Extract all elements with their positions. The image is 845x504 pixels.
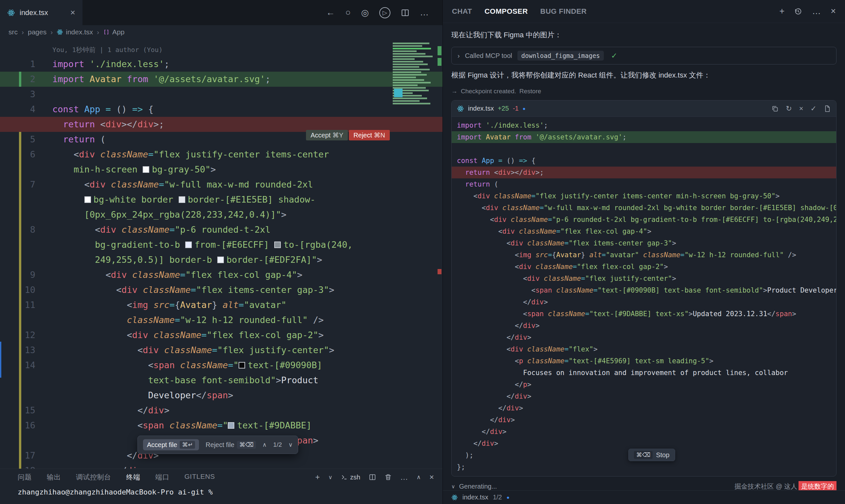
line-number[interactable]: 6 <box>0 147 35 162</box>
more-actions-icon[interactable]: … <box>420 7 429 18</box>
code-line[interactable]: 13<div className="flex justify-center"> <box>0 343 443 358</box>
line-number[interactable]: 1 <box>0 57 35 72</box>
history-icon[interactable] <box>794 7 802 15</box>
code-line[interactable]: <div className="p-6 rounded-t-2xl bg-gra… <box>452 214 836 226</box>
tab-bug-finder[interactable]: BUG FINDER <box>540 7 587 16</box>
code-line[interactable]: 9<div className="flex flex-col gap-4"> <box>0 267 443 283</box>
code-line[interactable]: 16<span className="text-[#9DABBE] <box>0 418 443 433</box>
code-line[interactable]: </div> <box>452 402 836 414</box>
line-number[interactable]: 4 <box>0 102 35 117</box>
terminal-prompt[interactable]: zhangzhihao@zhangzhihaodeMacBook-Pro ai-… <box>0 485 443 496</box>
line-number[interactable] <box>0 41 35 57</box>
more-icon[interactable]: … <box>400 472 408 482</box>
tab-chat[interactable]: CHAT <box>452 7 472 16</box>
code-line[interactable]: 7<div className="w-full max-w-md rounded… <box>0 177 443 192</box>
stop-button[interactable]: ⌘⌫ Stop <box>628 449 675 461</box>
line-number[interactable]: 11 <box>0 298 35 312</box>
code-line[interactable]: <div className="flex items-center gap-3"… <box>452 237 836 249</box>
diff-file-name[interactable]: index.tsx <box>468 105 494 112</box>
line-number[interactable]: 2 <box>0 72 35 87</box>
run-icon[interactable]: ▷ <box>379 7 391 18</box>
line-number[interactable]: 12 <box>0 328 35 343</box>
reject-diff-button[interactable]: Reject ⌘N <box>349 130 390 140</box>
accept-file-button[interactable]: Accept file ⌘↵ <box>143 439 199 450</box>
line-number[interactable] <box>0 252 35 267</box>
line-number[interactable]: 8 <box>0 222 35 237</box>
line-number[interactable]: 14 <box>0 358 35 373</box>
open-file-icon[interactable] <box>824 105 831 112</box>
code-line[interactable]: 8<div className="p-6 rounded-t-2xl <box>0 222 443 237</box>
line-number[interactable]: 3 <box>0 87 35 102</box>
code-line[interactable]: Developer</span> <box>0 388 443 403</box>
code-line[interactable]: <img src={Avatar} alt="avatar" className… <box>452 249 836 261</box>
code-line[interactable]: 15</div> <box>0 403 443 418</box>
code-line[interactable]: </div> <box>452 426 836 437</box>
color-swatch-icon[interactable] <box>143 166 149 173</box>
code-line[interactable]: <span className="text-[#09090B] text-bas… <box>452 284 836 296</box>
code-line[interactable]: </div> <box>452 331 836 343</box>
color-swatch-icon[interactable] <box>228 422 234 429</box>
breadcrumb-file[interactable]: index.tsx <box>57 28 93 36</box>
code-line[interactable]: 2import Avatar from '@/assets/avatar.svg… <box>0 72 443 87</box>
code-line[interactable]: min-h-screen bg-gray-50"> <box>0 162 443 177</box>
code-line[interactable]: return ( <box>452 178 836 190</box>
line-number[interactable]: 5 <box>0 132 35 147</box>
tab-problems[interactable]: 问题 <box>18 472 32 482</box>
mcp-tool-call[interactable]: › Called MCP tool download_figma_images … <box>451 47 837 65</box>
accept-diff-button[interactable]: Accept ⌘Y <box>306 130 348 140</box>
more-icon[interactable]: … <box>812 6 821 16</box>
line-number[interactable]: 18 <box>0 463 35 469</box>
code-line[interactable]: <div className="flex"> <box>452 343 836 355</box>
new-composer-icon[interactable]: + <box>779 6 785 16</box>
prev-diff-icon[interactable]: ∧ <box>263 441 267 448</box>
code-line[interactable]: bg-white border border-[#E1E5EB] shadow- <box>0 192 443 207</box>
code-line[interactable]: </p> <box>452 379 836 391</box>
line-number[interactable]: 16 <box>0 418 35 433</box>
breadcrumb-symbol-app[interactable]: App <box>103 28 124 36</box>
code-line[interactable]: import Avatar from '@/assets/avatar.svg'… <box>452 131 836 143</box>
split-terminal-icon[interactable] <box>369 473 376 481</box>
code-line[interactable]: <div className="flex flex-col gap-4"> <box>452 226 836 237</box>
line-number[interactable] <box>0 433 35 448</box>
line-number[interactable] <box>0 373 35 388</box>
tab-composer[interactable]: COMPOSER <box>484 7 527 16</box>
line-number[interactable]: 13 <box>0 343 35 358</box>
line-number[interactable] <box>0 237 35 252</box>
tab-gitlens[interactable]: GITLENS <box>184 472 215 482</box>
code-line[interactable]: <p className="text-[#4E5969] text-sm lea… <box>452 355 836 367</box>
composer-thread[interactable]: 现在让我们下载 Figma 中的图片： › Called MCP tool do… <box>443 23 845 490</box>
code-line[interactable]: <span className="text-[#9DABBE] text-xs"… <box>452 308 836 320</box>
code-line[interactable]: </div> <box>452 414 836 426</box>
code-line[interactable]: <div className="w-full max-w-md rounded-… <box>452 202 836 214</box>
prev-change-icon[interactable]: ○ <box>345 7 350 18</box>
next-change-icon[interactable]: ◎ <box>361 7 369 18</box>
tab-ports[interactable]: 端口 <box>156 472 169 482</box>
color-swatch-icon[interactable] <box>217 256 224 263</box>
code-line[interactable]: 3 <box>0 87 443 102</box>
code-editor[interactable]: You, 1秒钟前 | 1 author (You)1import './ind… <box>0 39 443 469</box>
code-line[interactable]: bg-gradient-to-b from-[#E6ECFF] to-[rgba… <box>0 237 443 252</box>
copy-icon[interactable] <box>771 105 778 112</box>
tab-debug-console[interactable]: 调试控制台 <box>76 472 111 482</box>
close-panel-icon[interactable]: × <box>831 6 836 16</box>
code-line[interactable]: import './index.less'; <box>452 120 836 131</box>
code-line[interactable]: 249,255,0.5)] border-b border-[#EDF2FA]"… <box>0 252 443 267</box>
tab-terminal[interactable]: 终端 <box>126 472 140 482</box>
line-number[interactable] <box>0 207 35 222</box>
line-number[interactable] <box>0 117 35 132</box>
line-number[interactable] <box>0 162 35 177</box>
close-panel-icon[interactable]: × <box>429 472 434 482</box>
code-line[interactable]: }; <box>452 461 836 473</box>
breadcrumb-src[interactable]: src <box>8 28 18 36</box>
code-line[interactable]: 11<img src={Avatar} alt="avatar" <box>0 298 443 312</box>
color-swatch-icon[interactable] <box>238 362 245 368</box>
code-line[interactable]: Focuses on innovation and improvement of… <box>452 367 836 379</box>
line-number[interactable]: 9 <box>0 267 35 283</box>
code-line[interactable]: 10<div className="flex items-center gap-… <box>0 283 443 298</box>
code-line[interactable]: const App = () => { <box>452 155 836 166</box>
line-number[interactable]: 17 <box>0 448 35 463</box>
shell-chip[interactable]: zsh <box>341 473 360 481</box>
close-tab-icon[interactable]: × <box>70 7 75 18</box>
code-line[interactable]: <div className="flex justify-center"> <box>452 273 836 284</box>
code-line[interactable]: [0px_6px_24px_rgba(228,233,242,0.4)]"> <box>0 207 443 222</box>
